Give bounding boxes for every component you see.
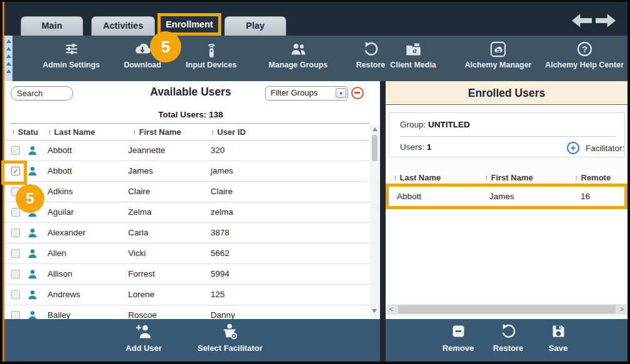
cell-last-name: Abbott <box>48 166 72 175</box>
row-checkbox[interactable] <box>11 229 20 237</box>
cell-last-name: Andrews <box>48 290 81 299</box>
cell-last-name: Bailey <box>48 310 71 319</box>
toolbar-button-alchemy-help-center[interactable]: ? Alchemy Help Center <box>537 39 630 78</box>
chevron-down-icon[interactable]: ▼ <box>336 88 346 98</box>
column-header-first-name[interactable]: ↑First Name <box>132 127 181 137</box>
svg-text:a: a <box>412 46 416 55</box>
back-arrow-icon[interactable] <box>572 14 592 27</box>
vertical-scrollbar[interactable] <box>370 125 379 315</box>
toolbar-scroll-strip[interactable] <box>4 36 12 81</box>
enrolled-row-callout: Abbott James 16 <box>386 184 628 209</box>
column-header-last-name[interactable]: ↑Last Name <box>393 173 441 182</box>
remove-button[interactable]: Remove <box>433 323 483 353</box>
row-checkbox[interactable] <box>11 249 20 258</box>
users-count: Users: 1 <box>400 142 431 152</box>
column-header-first-name[interactable]: ↑First Name <box>484 173 533 182</box>
column-header-status[interactable]: ↑Statu <box>11 127 38 137</box>
tab-bar: Main Activities Enrollment Play <box>4 2 628 36</box>
scroll-down-icon[interactable] <box>372 309 377 313</box>
add-facilitator-icon[interactable]: + <box>567 142 579 154</box>
toolbar-button-input-devices[interactable]: Input Devices <box>174 39 248 78</box>
toolbar-label: Client Media <box>382 61 444 69</box>
restore-icon <box>483 323 533 342</box>
scroll-right-icon[interactable]: > <box>617 305 627 314</box>
row-checkbox[interactable] <box>11 146 20 155</box>
column-header-last-name[interactable]: ↑Last Name <box>48 127 95 137</box>
table-row[interactable]: Allen Vicki 5662 <box>4 243 369 264</box>
cell-user-id: zelma <box>211 207 233 217</box>
sort-arrow-icon: ↑ <box>484 173 489 182</box>
table-row[interactable]: Aguilar Zelma zelma <box>4 202 369 223</box>
cloud-settings-icon <box>455 39 541 59</box>
cell-first-name: James <box>128 166 153 175</box>
toolbar-button-alchemy-manager[interactable]: Alchemy Manager <box>455 39 541 78</box>
scrollbar-thumb[interactable] <box>372 135 378 161</box>
scroll-up-icon[interactable] <box>372 127 378 131</box>
row-checkbox[interactable] <box>11 208 20 217</box>
scrollbar-thumb[interactable] <box>398 305 616 313</box>
column-header-remote[interactable]: ↑Remote <box>574 173 611 182</box>
group-value: UNTITLED <box>428 120 470 129</box>
svg-text:?: ? <box>582 44 588 54</box>
user-icon <box>27 248 38 259</box>
select-facilitator-label: Select Facilitator <box>180 343 280 353</box>
cell-user-id: 320 <box>211 145 225 155</box>
remote-icon <box>174 39 248 59</box>
cell-first-name: Vicki <box>128 248 146 258</box>
sliders-icon <box>36 39 107 59</box>
table-row[interactable]: Bailey Roscoe Danny <box>4 305 369 319</box>
cell-last-name: Adkins <box>48 187 73 196</box>
user-icon <box>27 145 38 156</box>
restore-label: Restore <box>483 343 533 353</box>
tab-main[interactable]: Main <box>21 16 83 36</box>
cell-first-name: Jeannette <box>128 145 165 155</box>
remove-filter-icon[interactable] <box>351 87 364 99</box>
tab-enrollment[interactable]: Enrollment <box>161 16 218 32</box>
cell-last-name: Allen <box>48 248 66 258</box>
group-name: Group: UNTITLED <box>400 120 470 129</box>
divider <box>11 123 369 124</box>
forward-arrow-icon[interactable] <box>596 14 616 27</box>
cell-user-id: Claire <box>211 187 232 196</box>
cell-last-name: Abbott <box>397 192 421 201</box>
available-users-table: Abbott Jeannette 320 ✓ Abbott James jame… <box>4 140 369 319</box>
select-facilitator-button[interactable]: Select Facilitator <box>180 323 280 353</box>
toolbar-button-manage-groups[interactable]: Manage Groups <box>255 39 341 78</box>
cell-user-id: 5994 <box>211 269 229 278</box>
remove-icon <box>433 323 483 342</box>
row-checkbox[interactable] <box>11 311 20 319</box>
column-header-user-id[interactable]: ↑User ID <box>211 127 246 137</box>
tab-activities[interactable]: Activities <box>91 16 155 36</box>
toolbar-button-client-media[interactable]: a Client Media <box>382 39 444 78</box>
toolbar-label: Input Devices <box>174 61 248 69</box>
table-row[interactable]: Alexander Carla 3878 <box>4 223 369 243</box>
app-window: Main Activities Enrollment Play Admin Se… <box>0 0 630 364</box>
save-icon <box>533 323 583 342</box>
add-user-button[interactable]: Add User <box>106 323 181 353</box>
save-button[interactable]: Save <box>533 323 583 353</box>
row-checkbox[interactable] <box>11 290 20 299</box>
table-row[interactable]: Abbott Jeannette 320 <box>4 140 369 161</box>
table-row[interactable]: Andrews Lorene 125 <box>4 285 369 305</box>
search-input[interactable] <box>11 86 73 101</box>
sort-arrow-icon: ↑ <box>132 127 137 137</box>
table-row[interactable]: ✓ Abbott James james <box>4 161 369 182</box>
filter-groups-dropdown[interactable]: Filter Groups ▼ <box>265 86 348 101</box>
cell-user-id: james <box>211 166 233 175</box>
table-row[interactable]: Allison Forrest 5994 <box>4 264 369 285</box>
scroll-left-icon[interactable]: < <box>386 305 396 314</box>
table-row[interactable]: Abbott James 16 <box>389 187 624 206</box>
cell-first-name: James <box>489 192 514 201</box>
tab-play[interactable]: Play <box>224 16 286 36</box>
facilitator-icon <box>180 323 280 342</box>
facilitator-label: Facilitator: <box>586 144 624 153</box>
total-users: Total Users: 138 <box>66 110 316 119</box>
table-row[interactable]: Adkins Claire Claire <box>4 182 369 202</box>
toolbar-button-admin-settings[interactable]: Admin Settings <box>36 39 107 78</box>
sort-arrow-icon: ↑ <box>393 173 398 182</box>
cell-user-id: 5662 <box>211 248 229 258</box>
total-users-label: Total Users: <box>158 110 206 119</box>
horizontal-scrollbar[interactable]: < > <box>386 304 627 315</box>
row-checkbox[interactable] <box>11 270 20 278</box>
restore-button[interactable]: Restore <box>483 323 533 353</box>
